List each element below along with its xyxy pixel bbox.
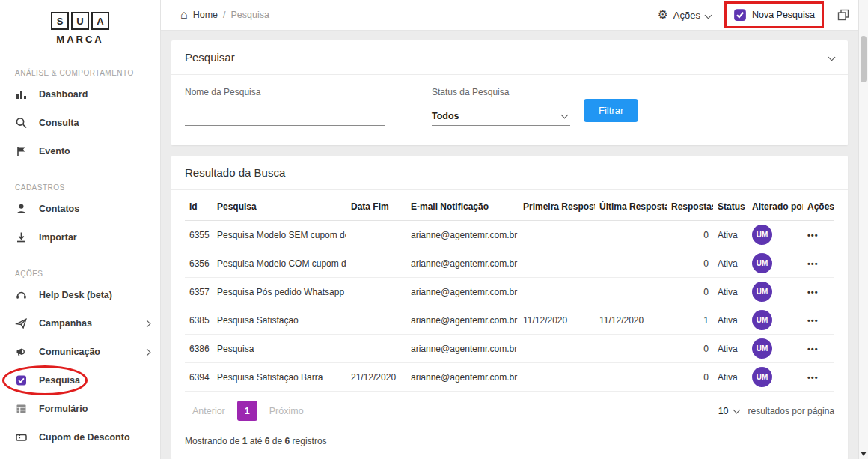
collapse-chevron-icon[interactable] bbox=[828, 54, 836, 61]
annotation-rect: Nova Pesquisa bbox=[724, 1, 824, 28]
sidebar-item-pesquisa[interactable]: Pesquisa bbox=[0, 366, 160, 395]
cell-pesquisa: Pesquisa bbox=[213, 335, 346, 363]
breadcrumb-current: Pesquisa bbox=[231, 10, 269, 20]
chevron-down-icon bbox=[733, 406, 740, 413]
summary-text: Mostrando de bbox=[185, 436, 239, 446]
cell-email: arianne@agentemr.com.br bbox=[406, 335, 519, 363]
sidebar-item-importar[interactable]: Importar bbox=[0, 223, 160, 252]
topbar: ⌂ Home / Pesquisa ⚙ Ações Nova Pesquisa bbox=[161, 0, 858, 31]
survey-check-icon bbox=[15, 374, 28, 386]
acoes-dropdown[interactable]: ⚙ Ações bbox=[657, 9, 710, 21]
cell-id: 6357 bbox=[185, 278, 213, 306]
cell-pesquisa: Pesquisa Pós pedido Whatsapp bbox=[213, 278, 346, 306]
cell-data-fim bbox=[346, 335, 406, 363]
cell-status: Ativa bbox=[713, 221, 748, 249]
table-row: 6385Pesquisa Satisfaçãoarianne@agentemr.… bbox=[185, 306, 834, 335]
row-actions-ellipsis-icon[interactable]: ••• bbox=[807, 231, 819, 240]
summary-from: 1 bbox=[242, 436, 248, 446]
sidebar-item-dashboard[interactable]: Dashboard bbox=[0, 80, 160, 109]
nova-pesquisa-label: Nova Pesquisa bbox=[752, 10, 815, 20]
dashboard-icon bbox=[15, 88, 28, 100]
window-restore-icon[interactable] bbox=[837, 9, 849, 21]
scrollbar-thumb[interactable] bbox=[861, 36, 867, 82]
gear-icon: ⚙ bbox=[657, 9, 667, 21]
cell-email: arianne@agentemr.com.br bbox=[406, 306, 519, 335]
cell-data-fim bbox=[346, 221, 406, 249]
summary-total: 6 bbox=[285, 436, 290, 446]
filter-card-title: Pesquisar bbox=[185, 51, 235, 64]
sidebar-item-formulario[interactable]: Formulário bbox=[0, 395, 160, 423]
sidebar-item-evento[interactable]: Evento bbox=[0, 137, 160, 165]
column-header: Primeira Resposta bbox=[519, 193, 595, 221]
breadcrumb-home[interactable]: Home bbox=[193, 10, 218, 20]
logo-subtitle: MARCA bbox=[0, 34, 160, 45]
column-header: Alterado por bbox=[748, 193, 803, 221]
row-actions-ellipsis-icon[interactable]: ••• bbox=[807, 316, 819, 325]
per-page-label: resultados por página bbox=[748, 406, 834, 416]
scrollbar-down-arrow[interactable] bbox=[861, 452, 867, 456]
cell-ultima-resposta: 11/12/2020 bbox=[595, 306, 667, 335]
cell-ultima-resposta bbox=[595, 221, 667, 249]
user-avatar: UM bbox=[752, 338, 772, 359]
sidebar: S U A MARCA ANÁLISE & COMPORTAMENTO Dash… bbox=[0, 0, 161, 459]
chevron-down-icon bbox=[704, 11, 712, 19]
flag-icon bbox=[15, 145, 28, 157]
pagination-proximo[interactable]: Próximo bbox=[262, 406, 311, 416]
cell-status: Ativa bbox=[713, 335, 748, 363]
sidebar-item-label: Importar bbox=[39, 232, 77, 243]
sidebar-item-label: Cupom de Desconto bbox=[39, 432, 130, 443]
cell-ultima-resposta bbox=[595, 335, 667, 363]
table-row: 6386Pesquisaarianne@agentemr.com.br0Ativ… bbox=[185, 335, 834, 363]
user-avatar: UM bbox=[752, 282, 772, 302]
pagination-page-1[interactable]: 1 bbox=[237, 401, 257, 421]
status-select[interactable]: Todos bbox=[432, 106, 570, 126]
column-header: Status bbox=[713, 193, 748, 221]
cell-primeira-resposta bbox=[519, 363, 595, 392]
cell-primeira-resposta bbox=[519, 335, 595, 363]
row-actions-ellipsis-icon[interactable]: ••• bbox=[807, 373, 819, 382]
results-card: Resultado da Busca IdPesquisaData FimE-m… bbox=[171, 156, 848, 459]
logo-letter: S bbox=[51, 12, 69, 30]
logo-letter: U bbox=[71, 12, 89, 30]
cell-pesquisa: Pesquisa Modelo COM cupom de desconto bbox=[213, 249, 346, 278]
nome-input[interactable] bbox=[185, 106, 385, 126]
cell-ultima-resposta bbox=[595, 249, 667, 278]
cell-ultima-resposta bbox=[595, 278, 667, 306]
per-page-select[interactable]: 10 bbox=[718, 406, 739, 416]
cell-email: arianne@agentemr.com.br bbox=[406, 249, 519, 278]
summary-text: registros bbox=[293, 436, 327, 446]
sidebar-item-contatos[interactable]: Contatos bbox=[0, 195, 160, 223]
user-avatar: UM bbox=[752, 367, 772, 387]
form-grid-icon bbox=[15, 403, 28, 415]
sidebar-item-comunicacao[interactable]: Comunicação bbox=[0, 338, 160, 366]
row-actions-ellipsis-icon[interactable]: ••• bbox=[807, 259, 819, 268]
per-page-value: 10 bbox=[718, 406, 729, 416]
user-avatar: UM bbox=[752, 253, 772, 273]
column-header: Última Resposta bbox=[595, 193, 667, 221]
person-icon bbox=[15, 203, 28, 215]
row-actions-ellipsis-icon[interactable]: ••• bbox=[807, 344, 819, 353]
column-header: Id bbox=[185, 193, 213, 221]
sidebar-item-help-desk[interactable]: Help Desk (beta) bbox=[0, 281, 160, 309]
table-row: 6356Pesquisa Modelo COM cupom de descont… bbox=[185, 249, 834, 278]
home-icon[interactable]: ⌂ bbox=[180, 9, 188, 21]
sidebar-item-campanhas[interactable]: Campanhas bbox=[0, 309, 160, 338]
table-header-row: IdPesquisaData FimE-mail NotificaçãoPrim… bbox=[185, 193, 834, 221]
chevron-right-icon bbox=[144, 320, 151, 327]
nova-pesquisa-button[interactable]: Nova Pesquisa bbox=[729, 5, 819, 25]
coupon-icon bbox=[15, 431, 28, 443]
sidebar-item-cupom-de-desconto[interactable]: Cupom de Desconto bbox=[0, 423, 160, 452]
row-actions-ellipsis-icon[interactable]: ••• bbox=[807, 288, 819, 297]
chevron-right-icon bbox=[144, 348, 151, 356]
nome-field-group: Nome da Pesquisa bbox=[185, 87, 385, 126]
sidebar-item-label: Dashboard bbox=[39, 89, 88, 100]
sidebar-item-consulta[interactable]: Consulta bbox=[0, 109, 160, 137]
pagination-anterior[interactable]: Anterior bbox=[185, 406, 233, 416]
vertical-scrollbar[interactable] bbox=[858, 0, 868, 459]
filtrar-button[interactable]: Filtrar bbox=[584, 99, 638, 122]
cell-respostas: 1 bbox=[667, 306, 713, 335]
sidebar-item-label: Campanhas bbox=[39, 318, 92, 329]
user-avatar: UM bbox=[752, 225, 772, 245]
cell-primeira-resposta bbox=[519, 249, 595, 278]
cell-email: arianne@agentemr.com.br bbox=[406, 363, 519, 392]
